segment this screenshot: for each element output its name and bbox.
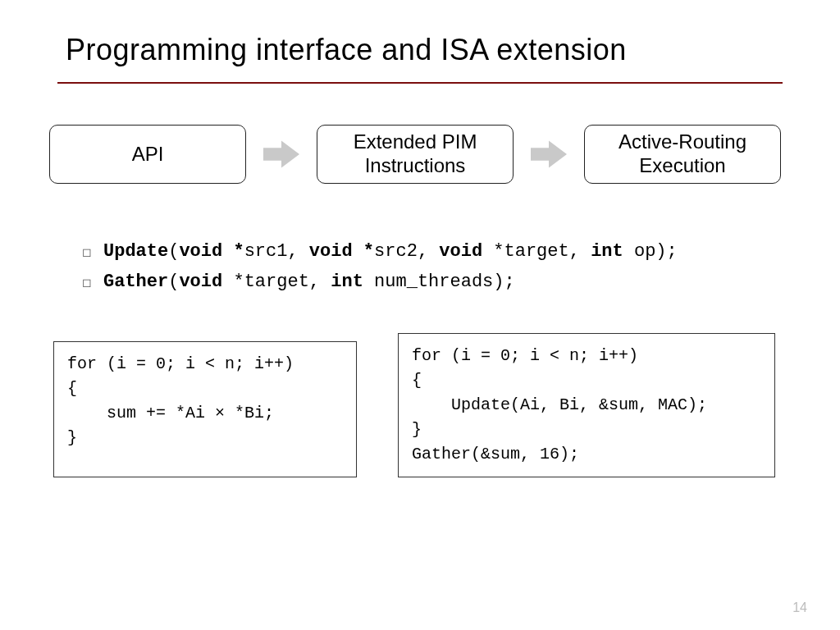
- flow-box-instructions: Extended PIMInstructions: [317, 125, 514, 184]
- svg-marker-0: [263, 141, 299, 168]
- code-comparison: for (i = 0; i < n; i++) { sum += *Ai × *…: [53, 341, 783, 477]
- api-list: ◻ Update(void *src1, void *src2, void *t…: [82, 241, 783, 292]
- flow-box-api: API: [49, 125, 246, 184]
- bullet-icon: ◻: [82, 276, 103, 289]
- code-after: for (i = 0; i < n; i++) { Update(Ai, Bi,…: [398, 333, 775, 477]
- arrow-icon: [528, 138, 569, 171]
- bullet-icon: ◻: [82, 245, 103, 258]
- api-signature: Update(void *src1, void *src2, void *tar…: [103, 241, 678, 262]
- page-number: 14: [792, 600, 807, 615]
- svg-marker-1: [531, 141, 567, 168]
- api-item-update: ◻ Update(void *src1, void *src2, void *t…: [82, 241, 783, 262]
- arrow-icon: [261, 138, 302, 171]
- api-item-gather: ◻ Gather(void *target, int num_threads);: [82, 272, 783, 292]
- title-underline: [57, 82, 783, 84]
- flow-row: API Extended PIMInstructions Active-Rout…: [49, 125, 783, 184]
- code-before: for (i = 0; i < n; i++) { sum += *Ai × *…: [53, 341, 357, 477]
- api-signature: Gather(void *target, int num_threads);: [103, 272, 515, 292]
- slide-title: Programming interface and ISA extension: [66, 33, 783, 67]
- flow-box-execution: Active-RoutingExecution: [584, 125, 781, 184]
